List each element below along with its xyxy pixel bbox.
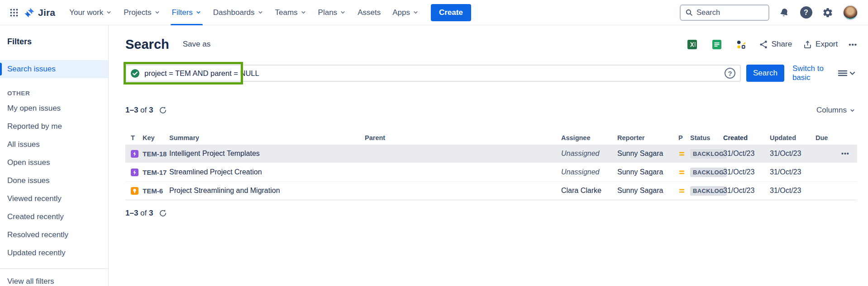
top-navigation-bar: Jira Your work Projects Filters Dashboar…: [0, 0, 868, 25]
nav-menu-projects[interactable]: Projects: [118, 0, 166, 25]
results-total: 3: [149, 209, 153, 217]
issue-summary[interactable]: Streamlined Project Creation: [167, 168, 365, 176]
issue-reporter: Sunny Sagara: [617, 150, 678, 158]
nav-menu-filters[interactable]: Filters: [166, 0, 207, 25]
refresh-icon[interactable]: [158, 105, 168, 115]
filters-sidebar: Filters Search issues OTHER My open issu…: [0, 25, 109, 286]
issue-summary[interactable]: Intelligent Project Templates: [167, 150, 365, 158]
issue-table: T Key Summary Parent Assignee Reporter P…: [125, 131, 857, 200]
nav-label: Assets: [358, 8, 381, 17]
save-as-button[interactable]: Save as: [179, 37, 214, 52]
switch-to-basic-link[interactable]: Switch to basic: [792, 64, 831, 82]
table-row[interactable]: TEM-6 Project Streamlining and Migration…: [125, 182, 857, 200]
export-button[interactable]: Export: [803, 40, 838, 49]
search-button[interactable]: Search: [746, 65, 784, 82]
main-menu: Your work Projects Filters Dashboards Te…: [63, 0, 424, 25]
col-header-reporter[interactable]: Reporter: [617, 134, 678, 141]
settings-gear-icon[interactable]: [821, 6, 835, 19]
more-actions-icon[interactable]: •••: [849, 41, 857, 48]
col-header-status[interactable]: Status: [690, 134, 723, 141]
chevron-down-icon: [300, 9, 306, 15]
table-row[interactable]: TEM-17 Streamlined Project Creation Unas…: [125, 163, 857, 182]
sidebar-item-all-issues[interactable]: All issues: [0, 136, 108, 154]
nav-menu-your-work[interactable]: Your work: [63, 0, 118, 25]
sidebar-divider: [0, 268, 108, 269]
sidebar-item-reported-by-me[interactable]: Reported by me: [0, 117, 108, 136]
jira-logo[interactable]: Jira: [22, 7, 60, 19]
app-switcher-icon[interactable]: [6, 5, 22, 20]
chevron-down-icon: [413, 9, 419, 15]
col-header-assignee[interactable]: Assignee: [561, 134, 617, 141]
sidebar-item-done-issues[interactable]: Done issues: [0, 172, 108, 190]
col-header-type[interactable]: T: [131, 134, 143, 141]
nav-menu-teams[interactable]: Teams: [269, 0, 312, 25]
create-button[interactable]: Create: [431, 4, 471, 21]
sidebar-item-updated-recently[interactable]: Updated recently: [0, 244, 108, 262]
results-count: 1–3 of 3: [125, 106, 153, 115]
col-header-key[interactable]: Key: [143, 134, 167, 141]
sidebar-item-viewed-recently[interactable]: Viewed recently: [0, 190, 108, 208]
columns-dropdown[interactable]: Columns: [815, 103, 857, 117]
jql-help-icon[interactable]: ?: [725, 68, 735, 79]
sidebar-item-search-issues[interactable]: Search issues: [0, 60, 108, 78]
nav-menu-apps[interactable]: Apps: [386, 0, 424, 25]
issue-key[interactable]: TEM-18: [143, 150, 167, 158]
global-search-input[interactable]: [696, 8, 760, 17]
chevron-down-icon: [154, 9, 160, 15]
global-search[interactable]: [680, 5, 769, 21]
results-range: 1–3: [125, 106, 138, 114]
nav-menu-assets[interactable]: Assets: [352, 0, 386, 25]
refresh-icon[interactable]: [158, 208, 168, 218]
topbar-right: ?: [680, 5, 858, 21]
jql-query-input[interactable]: [125, 65, 741, 82]
sidebar-item-open-issues[interactable]: Open issues: [0, 154, 108, 172]
user-avatar[interactable]: [843, 5, 858, 20]
nav-label: Teams: [275, 8, 298, 17]
search-page: Search Save as Share Export: [109, 25, 868, 286]
col-header-summary[interactable]: Summary: [167, 134, 365, 141]
results-count-bottom: 1–3 of 3: [125, 209, 153, 218]
nav-menu-dashboards[interactable]: Dashboards: [207, 0, 269, 25]
col-header-created[interactable]: Created: [723, 134, 770, 141]
issue-assignee: Clara Clarke: [561, 187, 617, 195]
results-total: 3: [149, 106, 153, 114]
col-header-priority[interactable]: P: [678, 134, 690, 141]
sidebar-item-resolved-recently[interactable]: Resolved recently: [0, 226, 108, 244]
jira-logo-word: Jira: [38, 7, 55, 18]
columns-label: Columns: [816, 106, 847, 115]
sidebar-item-created-recently[interactable]: Created recently: [0, 208, 108, 226]
table-row[interactable]: TEM-18 Intelligent Project Templates Una…: [125, 145, 857, 163]
view-options-toggle[interactable]: [835, 67, 857, 79]
issue-created: 31/Oct/23: [723, 150, 770, 158]
priority-medium-icon: [678, 150, 690, 157]
col-header-due[interactable]: Due: [816, 134, 841, 141]
issue-created: 31/Oct/23: [723, 187, 770, 195]
results-of: of: [140, 106, 147, 114]
share-label: Share: [772, 40, 792, 49]
export-excel-icon[interactable]: [686, 38, 699, 51]
page-title: Search: [125, 37, 169, 52]
share-button[interactable]: Share: [759, 40, 792, 49]
row-actions-icon[interactable]: •••: [841, 150, 849, 157]
sidebar-item-my-open-issues[interactable]: My open issues: [0, 99, 108, 117]
col-header-parent[interactable]: Parent: [365, 134, 561, 141]
export-sheets-icon[interactable]: [710, 38, 724, 51]
jql-editor: ?: [125, 65, 741, 82]
issue-key[interactable]: TEM-6: [143, 187, 167, 195]
issue-key[interactable]: TEM-17: [143, 169, 167, 176]
help-icon[interactable]: ?: [799, 6, 813, 19]
col-header-updated[interactable]: Updated: [770, 134, 816, 141]
notifications-bell-icon[interactable]: [777, 6, 791, 19]
issue-summary[interactable]: Project Streamlining and Migration: [167, 187, 365, 195]
nav-menu-plans[interactable]: Plans: [312, 0, 352, 25]
nav-label: Dashboards: [213, 8, 255, 17]
app-marketplace-icon[interactable]: [734, 38, 748, 51]
chevron-down-icon: [340, 9, 346, 15]
nav-label: Projects: [124, 8, 151, 17]
list-view-icon: [837, 69, 855, 77]
sidebar-item-view-all-filters[interactable]: View all filters: [0, 272, 108, 286]
chevron-down-icon: [196, 9, 201, 15]
issue-assignee: Unassigned: [561, 150, 617, 158]
issue-reporter: Sunny Sagara: [617, 187, 678, 195]
sidebar-section-other: OTHER: [0, 85, 108, 99]
